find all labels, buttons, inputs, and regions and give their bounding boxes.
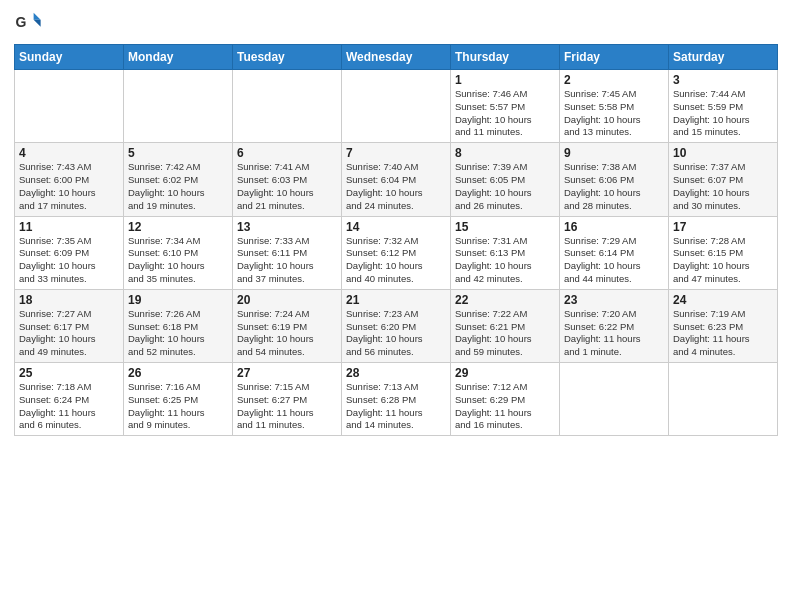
- day-info: Sunrise: 7:22 AM Sunset: 6:21 PM Dayligh…: [455, 308, 555, 359]
- calendar-cell: 15Sunrise: 7:31 AM Sunset: 6:13 PM Dayli…: [451, 216, 560, 289]
- day-number: 15: [455, 220, 555, 234]
- calendar-cell: 6Sunrise: 7:41 AM Sunset: 6:03 PM Daylig…: [233, 143, 342, 216]
- calendar-cell: 5Sunrise: 7:42 AM Sunset: 6:02 PM Daylig…: [124, 143, 233, 216]
- calendar-cell: 1Sunrise: 7:46 AM Sunset: 5:57 PM Daylig…: [451, 70, 560, 143]
- calendar-cell: 23Sunrise: 7:20 AM Sunset: 6:22 PM Dayli…: [560, 289, 669, 362]
- calendar-cell: 9Sunrise: 7:38 AM Sunset: 6:06 PM Daylig…: [560, 143, 669, 216]
- calendar-header-wednesday: Wednesday: [342, 45, 451, 70]
- day-number: 12: [128, 220, 228, 234]
- calendar-week-0: 1Sunrise: 7:46 AM Sunset: 5:57 PM Daylig…: [15, 70, 778, 143]
- day-number: 11: [19, 220, 119, 234]
- day-info: Sunrise: 7:39 AM Sunset: 6:05 PM Dayligh…: [455, 161, 555, 212]
- day-number: 5: [128, 146, 228, 160]
- day-number: 16: [564, 220, 664, 234]
- calendar-cell: 16Sunrise: 7:29 AM Sunset: 6:14 PM Dayli…: [560, 216, 669, 289]
- calendar-header-row: SundayMondayTuesdayWednesdayThursdayFrid…: [15, 45, 778, 70]
- calendar-cell: 12Sunrise: 7:34 AM Sunset: 6:10 PM Dayli…: [124, 216, 233, 289]
- calendar-cell: 11Sunrise: 7:35 AM Sunset: 6:09 PM Dayli…: [15, 216, 124, 289]
- calendar-week-1: 4Sunrise: 7:43 AM Sunset: 6:00 PM Daylig…: [15, 143, 778, 216]
- day-info: Sunrise: 7:45 AM Sunset: 5:58 PM Dayligh…: [564, 88, 664, 139]
- day-info: Sunrise: 7:40 AM Sunset: 6:04 PM Dayligh…: [346, 161, 446, 212]
- calendar-cell: 20Sunrise: 7:24 AM Sunset: 6:19 PM Dayli…: [233, 289, 342, 362]
- day-info: Sunrise: 7:38 AM Sunset: 6:06 PM Dayligh…: [564, 161, 664, 212]
- calendar-cell: 25Sunrise: 7:18 AM Sunset: 6:24 PM Dayli…: [15, 363, 124, 436]
- day-number: 24: [673, 293, 773, 307]
- calendar-cell: 26Sunrise: 7:16 AM Sunset: 6:25 PM Dayli…: [124, 363, 233, 436]
- calendar-cell: 3Sunrise: 7:44 AM Sunset: 5:59 PM Daylig…: [669, 70, 778, 143]
- day-info: Sunrise: 7:43 AM Sunset: 6:00 PM Dayligh…: [19, 161, 119, 212]
- day-info: Sunrise: 7:35 AM Sunset: 6:09 PM Dayligh…: [19, 235, 119, 286]
- calendar-cell: 2Sunrise: 7:45 AM Sunset: 5:58 PM Daylig…: [560, 70, 669, 143]
- calendar-cell: [124, 70, 233, 143]
- day-info: Sunrise: 7:37 AM Sunset: 6:07 PM Dayligh…: [673, 161, 773, 212]
- day-number: 10: [673, 146, 773, 160]
- calendar-week-2: 11Sunrise: 7:35 AM Sunset: 6:09 PM Dayli…: [15, 216, 778, 289]
- day-info: Sunrise: 7:33 AM Sunset: 6:11 PM Dayligh…: [237, 235, 337, 286]
- page: G SundayMondayTuesdayWednesdayThursdayFr…: [0, 0, 792, 444]
- day-number: 9: [564, 146, 664, 160]
- day-number: 25: [19, 366, 119, 380]
- day-info: Sunrise: 7:26 AM Sunset: 6:18 PM Dayligh…: [128, 308, 228, 359]
- calendar-week-4: 25Sunrise: 7:18 AM Sunset: 6:24 PM Dayli…: [15, 363, 778, 436]
- day-info: Sunrise: 7:15 AM Sunset: 6:27 PM Dayligh…: [237, 381, 337, 432]
- day-number: 21: [346, 293, 446, 307]
- logo-icon: G: [14, 10, 42, 38]
- day-number: 20: [237, 293, 337, 307]
- calendar-header-sunday: Sunday: [15, 45, 124, 70]
- calendar-cell: [560, 363, 669, 436]
- day-number: 18: [19, 293, 119, 307]
- calendar-header-tuesday: Tuesday: [233, 45, 342, 70]
- calendar-header-friday: Friday: [560, 45, 669, 70]
- day-number: 1: [455, 73, 555, 87]
- header: G: [14, 10, 778, 38]
- calendar-cell: 19Sunrise: 7:26 AM Sunset: 6:18 PM Dayli…: [124, 289, 233, 362]
- day-number: 8: [455, 146, 555, 160]
- day-info: Sunrise: 7:24 AM Sunset: 6:19 PM Dayligh…: [237, 308, 337, 359]
- logo-area: G: [14, 10, 44, 38]
- day-number: 23: [564, 293, 664, 307]
- day-number: 6: [237, 146, 337, 160]
- calendar-cell: [233, 70, 342, 143]
- day-info: Sunrise: 7:19 AM Sunset: 6:23 PM Dayligh…: [673, 308, 773, 359]
- day-info: Sunrise: 7:44 AM Sunset: 5:59 PM Dayligh…: [673, 88, 773, 139]
- calendar-cell: 22Sunrise: 7:22 AM Sunset: 6:21 PM Dayli…: [451, 289, 560, 362]
- day-info: Sunrise: 7:20 AM Sunset: 6:22 PM Dayligh…: [564, 308, 664, 359]
- svg-marker-1: [34, 13, 41, 20]
- day-number: 7: [346, 146, 446, 160]
- calendar-cell: [342, 70, 451, 143]
- day-info: Sunrise: 7:27 AM Sunset: 6:17 PM Dayligh…: [19, 308, 119, 359]
- calendar-week-3: 18Sunrise: 7:27 AM Sunset: 6:17 PM Dayli…: [15, 289, 778, 362]
- svg-marker-2: [34, 20, 41, 27]
- calendar-header-monday: Monday: [124, 45, 233, 70]
- day-number: 2: [564, 73, 664, 87]
- calendar-cell: 29Sunrise: 7:12 AM Sunset: 6:29 PM Dayli…: [451, 363, 560, 436]
- day-info: Sunrise: 7:32 AM Sunset: 6:12 PM Dayligh…: [346, 235, 446, 286]
- calendar-cell: 21Sunrise: 7:23 AM Sunset: 6:20 PM Dayli…: [342, 289, 451, 362]
- day-info: Sunrise: 7:12 AM Sunset: 6:29 PM Dayligh…: [455, 381, 555, 432]
- calendar-cell: [15, 70, 124, 143]
- day-number: 22: [455, 293, 555, 307]
- day-info: Sunrise: 7:23 AM Sunset: 6:20 PM Dayligh…: [346, 308, 446, 359]
- day-info: Sunrise: 7:42 AM Sunset: 6:02 PM Dayligh…: [128, 161, 228, 212]
- calendar-cell: 17Sunrise: 7:28 AM Sunset: 6:15 PM Dayli…: [669, 216, 778, 289]
- calendar-cell: 27Sunrise: 7:15 AM Sunset: 6:27 PM Dayli…: [233, 363, 342, 436]
- calendar-cell: 13Sunrise: 7:33 AM Sunset: 6:11 PM Dayli…: [233, 216, 342, 289]
- calendar-cell: 8Sunrise: 7:39 AM Sunset: 6:05 PM Daylig…: [451, 143, 560, 216]
- day-number: 27: [237, 366, 337, 380]
- day-info: Sunrise: 7:46 AM Sunset: 5:57 PM Dayligh…: [455, 88, 555, 139]
- day-info: Sunrise: 7:41 AM Sunset: 6:03 PM Dayligh…: [237, 161, 337, 212]
- day-number: 28: [346, 366, 446, 380]
- logo-text: G: [14, 10, 44, 38]
- calendar-cell: 18Sunrise: 7:27 AM Sunset: 6:17 PM Dayli…: [15, 289, 124, 362]
- calendar-cell: 10Sunrise: 7:37 AM Sunset: 6:07 PM Dayli…: [669, 143, 778, 216]
- day-info: Sunrise: 7:31 AM Sunset: 6:13 PM Dayligh…: [455, 235, 555, 286]
- calendar-cell: 14Sunrise: 7:32 AM Sunset: 6:12 PM Dayli…: [342, 216, 451, 289]
- calendar-cell: 28Sunrise: 7:13 AM Sunset: 6:28 PM Dayli…: [342, 363, 451, 436]
- day-info: Sunrise: 7:13 AM Sunset: 6:28 PM Dayligh…: [346, 381, 446, 432]
- day-info: Sunrise: 7:16 AM Sunset: 6:25 PM Dayligh…: [128, 381, 228, 432]
- calendar-header-saturday: Saturday: [669, 45, 778, 70]
- day-number: 26: [128, 366, 228, 380]
- calendar-cell: [669, 363, 778, 436]
- day-number: 4: [19, 146, 119, 160]
- day-number: 14: [346, 220, 446, 234]
